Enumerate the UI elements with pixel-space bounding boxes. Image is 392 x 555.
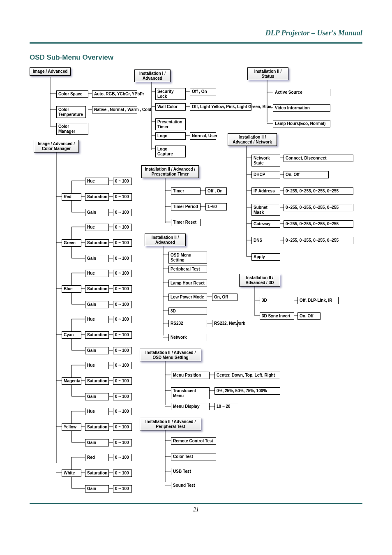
cm-cyan-hue: Hue [85,316,109,323]
net-dns: DNS [251,237,280,244]
cm-yellow-gain: Gain [85,439,109,446]
cm-white-red: Red [85,454,109,461]
cm-white-saturation-range: 0 ~ 100 [113,469,132,477]
cm-blue-hue: Hue [85,270,109,277]
cm-magenta-saturation: Saturation [85,377,109,385]
inst2-lamp-hour-reset: Lamp Hour Reset [168,280,207,287]
inst1-logo: Logo [155,132,186,140]
cm-yellow-saturation: Saturation [85,423,109,431]
cm-green-gain-range: 0 ~ 100 [113,255,132,262]
cm-color-red: Red [62,193,81,201]
pt-2: Timer Reset [171,219,201,226]
cm-red-hue: Hue [85,178,109,185]
root-inst2-network: Installation II / Advanced / Network [228,133,277,146]
osd-val-2: 10 ~ 20 [214,403,239,410]
net-subnet-mask: Subnet Mask [251,204,280,216]
cm-white-saturation: Saturation [85,469,109,477]
inst1-presentation-timer: Presentation Timer [155,118,186,130]
peri-2: USB Test [171,468,216,475]
cm-yellow-hue: Hue [85,408,109,415]
cm-magenta-gain-range: 0 ~ 100 [113,393,132,400]
root-osd-setting: Installation II / Advanced / OSD Menu Se… [140,349,201,361]
cm-white-red-range: 0 ~ 100 [113,454,132,461]
footer-rule [30,503,362,504]
osd-1: Translucent Menu [171,387,210,399]
pt-1: Timer Period [171,203,201,210]
root-inst2-status: Installation II / Status [247,67,288,80]
inst2-rs232: RS232 [168,320,207,327]
cm-red-saturation-range: 0 ~ 100 [113,193,132,201]
inst2-val-3: On, Off [212,294,238,301]
inst1-logo-capture: Logo Capture [155,146,186,157]
doc-header: DLP Projector – User's Manual [30,29,362,39]
cm-yellow-saturation-range: 0 ~ 100 [113,423,132,431]
net-apply: Apply [251,253,280,261]
osd-2: Menu Display [171,403,210,410]
cm-cyan-hue-range: 0 ~ 100 [113,316,132,323]
val-color-temperature: Native , Normal , Warm , Cold [92,106,137,113]
cm-yellow-hue-range: 0 ~ 100 [113,408,132,415]
net-val-4: 0~255, 0~255, 0~255, 0~255 [284,220,353,228]
inst2-network: Network [168,334,207,341]
net-val-5: 0~255, 0~255, 0~255, 0~255 [284,237,353,244]
cm-white-gain: Gain [85,485,109,493]
pt-0: Timer [171,187,201,195]
status-0: Active Source [273,89,330,96]
peri-3: Sound Test [171,482,216,489]
cm-blue-hue-range: 0 ~ 100 [113,270,132,277]
section-title: OSD Sub-Menu Overview [30,53,362,62]
3d-0: 3D [260,297,294,304]
3d-val-0: Off, DLP-Link, IR [297,297,339,304]
net-val-1: On, Off [284,171,329,178]
inst2-peripheral-test: Peripheral Test [168,266,207,273]
cm-color-blue: Blue [62,285,81,293]
status-1: Video Information [273,104,330,112]
net-ip-address: IP Address [251,187,280,195]
inst1-val-1: Off, Light Yellow, Pink, Light Green, Bl… [190,103,251,111]
net-val-0: Connect, Disconnect [284,155,353,162]
cm-blue-gain: Gain [85,301,109,308]
node-color-space: Color Space [56,90,88,98]
val-color-space: Auto, RGB, YCbCr, YPbPr [92,90,137,98]
inst1-val-0: Off , On [190,88,216,95]
inst1-security-lock: Security Lock [155,88,186,100]
menu-tree-diagram: Image / AdvancedColor SpaceAuto, RGB, YC… [30,67,362,491]
cm-color-yellow: Yellow [62,423,81,431]
node-color-temperature: Color Temperature [56,106,86,118]
cm-red-hue-range: 0 ~ 100 [113,178,132,185]
root-image-advanced: Image / Advanced [30,67,71,76]
3d-val-1: On, Off [297,312,321,320]
cm-cyan-gain-range: 0 ~ 100 [113,347,132,354]
cm-yellow-gain-range: 0 ~ 100 [113,439,132,446]
header-rule [30,42,362,44]
pt-val-1: 1~60 [205,203,227,210]
cm-blue-gain-range: 0 ~ 100 [113,301,132,308]
page-number: – 21 – [30,506,362,513]
cm-blue-saturation: Saturation [85,285,109,293]
net-dhcp: DHCP [251,171,280,178]
cm-green-gain: Gain [85,255,109,262]
cm-magenta-gain: Gain [85,393,109,400]
node-color-manager: Color Manager [56,123,88,135]
inst2-3d: 3D [168,308,207,315]
cm-magenta-saturation-range: 0 ~ 100 [113,377,132,385]
cm-green-saturation-range: 0 ~ 100 [113,239,132,247]
net-val-2: 0~255, 0~255, 0~255, 0~255 [284,187,353,195]
osd-val-1: 0%, 25%, 50%, 75%, 100% [214,387,280,395]
inst1-wall-color: Wall Color [155,103,186,111]
peri-1: Color Test [171,453,216,460]
root-inst1-adv: Installation I / Advanced [134,69,171,82]
page: DLP Projector – User's Manual OSD Sub-Me… [0,0,392,525]
inst2-low-power-mode: Low Power Mode [168,294,207,301]
cm-magenta-hue: Hue [85,362,109,369]
pt-val-0: Off , On [205,187,227,195]
cm-color-green: Green [62,239,81,247]
cm-blue-saturation-range: 0 ~ 100 [113,285,132,293]
cm-red-gain: Gain [85,209,109,216]
cm-magenta-hue-range: 0 ~ 100 [113,362,132,369]
root-inst2-adv: Installation II / Advanced [145,234,186,246]
root-peripheral-test: Installation II / Advanced / Peripheral … [140,418,201,430]
root-inst2-3d: Installation II / Advanced / 3D [239,274,280,287]
inst1-val-3: Normal, User [190,132,216,140]
inst2-val-5: RS232, Network [212,320,238,327]
